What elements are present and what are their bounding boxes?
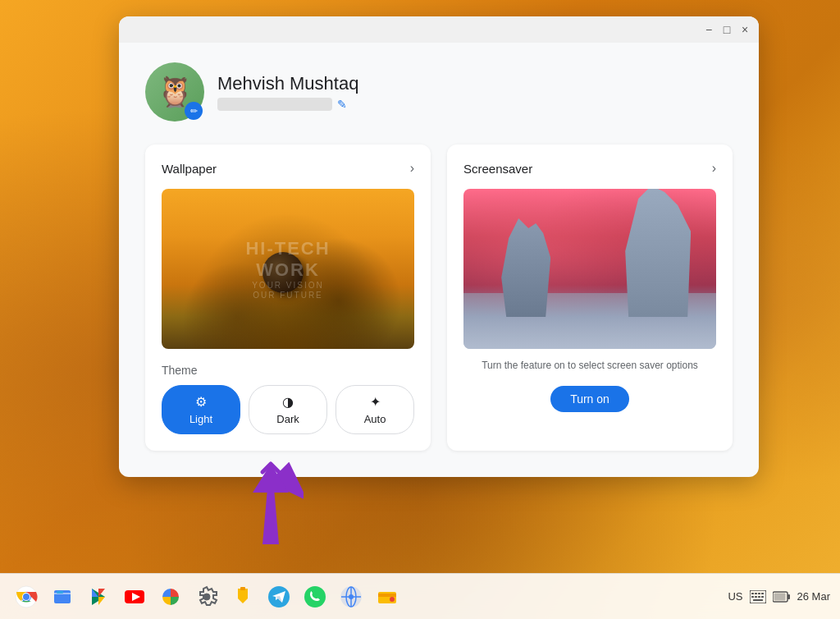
svg-rect-36 (753, 599, 763, 601)
auto-theme-label: Auto (364, 413, 386, 425)
taskbar-region[interactable]: US (728, 590, 742, 603)
dark-theme-label: Dark (276, 413, 299, 425)
svg-rect-28 (751, 593, 754, 594)
taskbar-wallet[interactable] (371, 580, 404, 613)
taskbar-chrome[interactable] (10, 580, 43, 613)
screensaver-card-arrow[interactable]: › (712, 161, 716, 176)
taskbar-settings[interactable] (190, 580, 223, 613)
svg-point-26 (390, 597, 395, 602)
screensaver-card: Screensaver › Turn the feature on to sel… (447, 144, 733, 451)
svg-rect-35 (761, 596, 764, 598)
region-label: US (728, 590, 742, 603)
beach-sphere (262, 252, 304, 293)
theme-auto-button[interactable]: ✦ Auto (336, 385, 414, 434)
screensaver-card-title: Screensaver (463, 162, 532, 176)
minimize-button[interactable]: − (701, 22, 716, 37)
taskbar-keep[interactable] (226, 580, 259, 613)
light-theme-icon: ⚙ (195, 394, 207, 410)
svg-rect-29 (755, 593, 757, 594)
taskbar-battery[interactable] (773, 590, 791, 603)
auto-theme-icon: ✦ (370, 394, 381, 410)
svg-rect-25 (378, 594, 396, 597)
svg-rect-39 (774, 593, 785, 600)
svg-rect-31 (761, 593, 764, 594)
rock-right (625, 189, 691, 317)
taskbar-photos[interactable] (154, 580, 187, 613)
taskbar-play[interactable] (82, 580, 115, 613)
svg-rect-16 (240, 587, 245, 590)
user-profile: 🦉 ✏ Mehvish Mushtaq ✎ (145, 62, 733, 122)
wallpaper-preview[interactable]: HI-TECH WORK YOUR VISION OUR FUTURE (162, 189, 414, 349)
taskbar-network[interactable] (335, 580, 368, 613)
svg-rect-32 (751, 596, 754, 598)
settings-window: − □ × 🦉 ✏ Mehvish Mushtaq ✎ W (119, 16, 759, 477)
window-content: 🦉 ✏ Mehvish Mushtaq ✎ Wallpaper › (119, 43, 759, 477)
taskbar-right: US 26 Mar (728, 590, 830, 603)
screensaver-card-header: Screensaver › (463, 161, 716, 176)
svg-point-6 (23, 594, 30, 600)
user-email-row: ✎ (217, 98, 733, 111)
theme-light-button[interactable]: ⚙ Light (162, 385, 240, 434)
svg-rect-34 (758, 596, 760, 598)
taskbar: US 26 Mar (0, 573, 840, 619)
dark-theme-icon: ◑ (282, 394, 294, 410)
user-email (217, 98, 332, 111)
taskbar-keyboard[interactable] (750, 590, 766, 603)
theme-dark-button[interactable]: ◑ Dark (249, 385, 327, 434)
cards-row: Wallpaper › HI-TECH WORK YOUR VISION OUR… (145, 144, 733, 451)
taskbar-apps (10, 580, 404, 613)
window-titlebar: − □ × (119, 16, 759, 43)
wallpaper-card-title: Wallpaper (162, 162, 217, 176)
theme-label: Theme (162, 364, 414, 377)
screensaver-description: Turn the feature on to select screen sav… (463, 359, 716, 373)
screensaver-preview (463, 189, 716, 349)
svg-point-15 (203, 594, 210, 600)
avatar-edit-button[interactable]: ✏ (185, 102, 203, 120)
svg-rect-38 (788, 594, 790, 599)
avatar-container: 🦉 ✏ (145, 62, 204, 122)
svg-point-18 (304, 586, 326, 608)
taskbar-files[interactable] (46, 580, 79, 613)
taskbar-date[interactable]: 26 Mar (797, 590, 830, 603)
turn-on-button[interactable]: Turn on (550, 386, 629, 412)
user-info: Mehvish Mushtaq ✎ (217, 73, 733, 111)
light-theme-label: Light (189, 413, 212, 425)
svg-rect-30 (758, 593, 760, 594)
taskbar-youtube[interactable] (118, 580, 151, 613)
wallpaper-card-header: Wallpaper › (162, 161, 414, 176)
date-label: 26 Mar (797, 590, 830, 603)
edit-profile-icon[interactable]: ✎ (337, 98, 347, 111)
svg-rect-33 (755, 596, 757, 598)
svg-marker-11 (98, 597, 105, 605)
maximize-button[interactable]: □ (719, 22, 734, 37)
taskbar-whatsapp[interactable] (299, 580, 331, 613)
user-name: Mehvish Mushtaq (217, 73, 733, 94)
close-button[interactable]: × (737, 22, 752, 37)
taskbar-telegram[interactable] (262, 580, 295, 613)
rock-left (501, 218, 550, 317)
wallpaper-card-arrow[interactable]: › (410, 161, 414, 176)
theme-options: ⚙ Light ◑ Dark ✦ Auto (162, 385, 414, 434)
wallpaper-card: Wallpaper › HI-TECH WORK YOUR VISION OUR… (145, 144, 431, 451)
svg-rect-8 (57, 591, 63, 594)
